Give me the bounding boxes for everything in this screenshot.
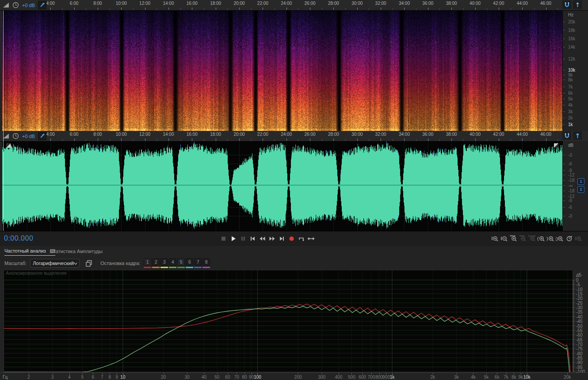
spectrogram-canvas[interactable] [2, 11, 562, 131]
loop-playback-button[interactable] [297, 234, 305, 243]
plot-y-label: -75 [576, 346, 582, 351]
amplitude-scale-unit: dB [568, 143, 573, 148]
gain-readout[interactable]: +0 dB [22, 3, 35, 8]
ruler-minor-tick [463, 139, 464, 141]
marker-button[interactable] [573, 0, 582, 9]
ruler-time-label: 4:00 [46, 132, 54, 137]
ruler-time-label: 20:00 [233, 1, 244, 6]
plot-x-label: 5k [484, 375, 489, 380]
channel-2-button[interactable]: 2 [577, 186, 584, 193]
channel-1-button[interactable]: 1 [577, 178, 584, 185]
zoom-out-button[interactable] [500, 234, 508, 243]
spectrogram-time-ruler[interactable]: +0 dB 4:006:008:0010:0012:0014:0016:0018… [0, 0, 588, 11]
rewind-button[interactable] [258, 234, 267, 243]
audio-editor-window: +0 dB 4:006:008:0010:0012:0014:0016:0018… [0, 0, 588, 380]
hold-button-2[interactable]: 2 [152, 258, 160, 268]
ruler-time-label: 26:00 [305, 1, 316, 6]
frequency-scale[interactable]: Hz 20k18k16k14k12k10k9k8k7k6k5k4k3k2k1k [562, 11, 588, 131]
ruler-minor-tick [369, 8, 369, 10]
zoom-in-at-in-point-button[interactable]: ( [537, 234, 546, 243]
plot-x-label: 900 [382, 375, 390, 380]
ruler-minor-tick [86, 8, 86, 10]
hold-button-1[interactable]: 1 [144, 258, 151, 268]
hold-button-4[interactable]: 4 [169, 258, 176, 268]
frequency-label: 9k [568, 73, 573, 77]
ruler-minor-tick [439, 8, 440, 10]
skip-selection-button[interactable] [307, 234, 315, 243]
plot-x-tick [110, 373, 110, 374]
snapping-button[interactable] [562, 131, 571, 140]
hud-corner-right-icon[interactable] [554, 143, 558, 148]
waveform-time-ruler[interactable]: +0 dB 4:006:008:0010:0012:0014:0016:0018… [0, 131, 588, 142]
clock-icon[interactable] [12, 133, 19, 139]
time-display[interactable]: 0:00.000 [4, 234, 33, 242]
ruler-time-label: 38:00 [446, 1, 457, 6]
scale-select[interactable]: Логарифмический [30, 259, 80, 268]
fast-forward-button[interactable] [268, 234, 276, 243]
zoom-in-time-button[interactable] [509, 234, 518, 243]
tab-frequency-analysis[interactable]: Частотный анализ [4, 248, 55, 256]
record-button[interactable] [287, 234, 296, 243]
marker-icon [575, 133, 580, 138]
frequency-tick [563, 47, 565, 47]
plot-y-label: -65 [576, 337, 582, 342]
plot-x-tick [521, 373, 521, 374]
plot-x-label: 2 [27, 375, 30, 380]
pause-button[interactable] [239, 234, 247, 243]
amplitude-scale[interactable]: dB 1 2 -3-6-9-12-18-∞-18-12-9-6-3 [562, 141, 588, 231]
analysis-tabs-row: Частотный анализ Статистика Амплитуды [0, 246, 588, 257]
stop-button[interactable] [219, 234, 228, 243]
ruler-minor-tick [534, 8, 535, 10]
hold-button-6[interactable]: 6 [186, 258, 193, 268]
copy-frames-icon[interactable] [86, 260, 92, 267]
ruler-time-label: 10:00 [116, 1, 127, 6]
pin-button[interactable] [38, 1, 46, 9]
zoom-selection-button[interactable] [528, 234, 536, 243]
levels-icon[interactable] [3, 133, 9, 139]
ruler-major-tick [404, 8, 405, 10]
plot-x-tick [473, 373, 473, 374]
ruler-major-tick [499, 138, 499, 141]
playhead[interactable] [3, 11, 4, 231]
pin-button[interactable] [38, 132, 46, 140]
transport-bar: 0:00.000 ( ) () [0, 231, 588, 247]
ruler-time-label: 30:00 [351, 132, 363, 137]
scale-label: Масштаб: [4, 261, 27, 266]
zoom-out-time-button[interactable] [519, 234, 527, 243]
zoom-out-full-button[interactable] [574, 234, 583, 243]
chevron-down-icon [74, 262, 77, 265]
plot-x-tick [567, 373, 568, 374]
hud-corner-left-icon[interactable] [6, 143, 11, 148]
gain-readout[interactable]: +0 dB [22, 134, 35, 139]
zoom-in-button[interactable] [491, 234, 499, 243]
frequency-tick [563, 38, 565, 39]
amplitude-label: -6 [568, 204, 572, 209]
plot-x-label: 7 [101, 375, 103, 380]
zoom-to-selection-button[interactable]: () [556, 234, 564, 243]
frequency-plot[interactable]: Анализированное выделение [4, 270, 573, 372]
zoom-in-at-out-point-button[interactable]: ) [546, 234, 555, 243]
hold-button-7[interactable]: 7 [194, 258, 202, 268]
marker-button[interactable] [573, 131, 582, 140]
plot-x-tick [456, 373, 457, 374]
plot-y-label: -35 [576, 310, 582, 315]
plot-x-label: 200 [294, 375, 302, 380]
snapping-button[interactable] [562, 0, 571, 9]
clock-icon[interactable] [12, 2, 19, 8]
hold-button-color-bar [177, 267, 185, 268]
hold-button-label: 1 [144, 258, 151, 266]
tab-amplitude-statistics[interactable]: Статистика Амплитуды [50, 249, 103, 254]
reset-zoom-button[interactable] [565, 234, 573, 243]
plot-x-tick [351, 373, 352, 374]
play-button[interactable] [229, 234, 237, 243]
hold-button-label: 6 [186, 258, 193, 266]
move-to-next-button[interactable] [278, 234, 286, 243]
hold-button-5[interactable]: 5 [177, 258, 185, 268]
plot-x-tick [123, 373, 123, 375]
waveform-canvas[interactable] [2, 141, 562, 231]
hold-button-3[interactable]: 3 [160, 258, 168, 268]
levels-icon[interactable] [3, 2, 9, 8]
move-to-previous-button[interactable] [248, 234, 257, 243]
ruler-minor-tick [439, 139, 440, 141]
hold-button-8[interactable]: 8 [202, 258, 210, 268]
